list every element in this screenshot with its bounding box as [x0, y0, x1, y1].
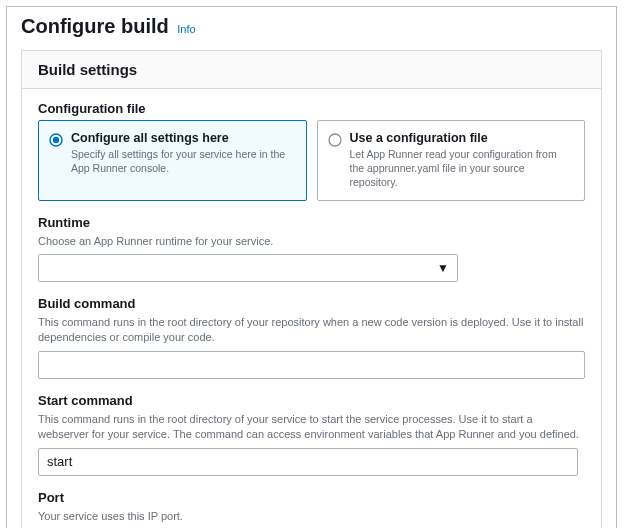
start-command-field: Start command This command runs in the r…: [38, 393, 585, 476]
chevron-down-icon: ▼: [437, 261, 449, 275]
config-file-label: Configuration file: [38, 101, 585, 116]
radio-unselected-icon: [328, 133, 342, 147]
panel-body: Configuration file Configure all setting…: [22, 89, 601, 528]
build-command-desc: This command runs in the root directory …: [38, 315, 585, 345]
radio-desc: Let App Runner read your configuration f…: [350, 147, 575, 190]
svg-point-2: [329, 134, 341, 146]
radio-desc: Specify all settings for your service he…: [71, 147, 296, 175]
radio-title: Configure all settings here: [71, 131, 296, 145]
start-command-input[interactable]: [38, 448, 578, 476]
start-command-label: Start command: [38, 393, 585, 408]
radio-use-config-file[interactable]: Use a configuration file Let App Runner …: [317, 120, 586, 201]
panel-title: Build settings: [38, 61, 585, 78]
build-settings-panel: Build settings Configuration file Config…: [21, 50, 602, 528]
radio-content: Use a configuration file Let App Runner …: [350, 131, 575, 190]
build-command-label: Build command: [38, 296, 585, 311]
panel-header: Build settings: [22, 51, 601, 89]
runtime-select[interactable]: ▼: [38, 254, 458, 282]
radio-selected-icon: [49, 133, 63, 147]
radio-configure-here[interactable]: Configure all settings here Specify all …: [38, 120, 307, 201]
start-command-desc: This command runs in the root directory …: [38, 412, 585, 442]
build-command-input[interactable]: [38, 351, 585, 379]
port-field: Port Your service uses this IP port.: [38, 490, 585, 528]
runtime-label: Runtime: [38, 215, 585, 230]
runtime-field: Runtime Choose an App Runner runtime for…: [38, 215, 585, 283]
build-command-field: Build command This command runs in the r…: [38, 296, 585, 379]
port-desc: Your service uses this IP port.: [38, 509, 585, 524]
config-file-options: Configure all settings here Specify all …: [38, 120, 585, 201]
runtime-desc: Choose an App Runner runtime for your se…: [38, 234, 585, 249]
radio-content: Configure all settings here Specify all …: [71, 131, 296, 190]
page-container: Configure build Info Build settings Conf…: [6, 6, 617, 528]
info-link[interactable]: Info: [177, 23, 195, 35]
svg-point-1: [53, 137, 59, 143]
radio-title: Use a configuration file: [350, 131, 575, 145]
port-label: Port: [38, 490, 585, 505]
page-header: Configure build Info: [7, 7, 616, 50]
page-title: Configure build: [21, 15, 169, 37]
